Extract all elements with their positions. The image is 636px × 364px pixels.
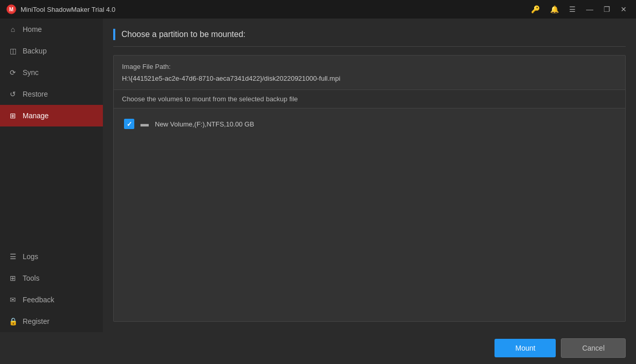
menu-button[interactable]: ☰: [566, 5, 579, 14]
checkmark-icon: ✓: [127, 121, 132, 128]
sidebar: ⌂ Home ◫ Backup ⟳ Sync ↺ Restore ⊞ Manag…: [0, 19, 103, 332]
backup-icon: ◫: [8, 46, 17, 56]
sidebar-item-home[interactable]: ⌂ Home: [0, 19, 103, 40]
sidebar-item-sync[interactable]: ⟳ Sync: [0, 62, 103, 83]
volume-item[interactable]: ✓ ▬ New Volume,(F:),NTFS,10.00 GB: [122, 115, 617, 133]
bell-button[interactable]: 🔔: [547, 5, 562, 14]
volume-checkbox[interactable]: ✓: [124, 119, 134, 129]
sidebar-label-tools: Tools: [23, 274, 40, 282]
volume-label: New Volume,(F:),NTFS,10.00 GB: [155, 120, 254, 128]
page-title-bar: Choose a partition to be mounted:: [113, 29, 626, 47]
svg-text:M: M: [9, 7, 13, 12]
sidebar-label-logs: Logs: [23, 252, 38, 261]
sidebar-label-feedback: Feedback: [23, 296, 54, 304]
sidebar-bottom: ☰ Logs ⊞ Tools ✉ Feedback 🔒 Register: [0, 246, 103, 332]
key-button[interactable]: 🔑: [528, 5, 543, 14]
volumes-header: Choose the volumes to mount from the sel…: [114, 90, 625, 108]
sidebar-item-tools[interactable]: ⊞ Tools: [0, 267, 103, 289]
app-logo: M: [6, 4, 16, 14]
window-controls: 🔑 🔔 ☰ — ❐ ✕: [528, 5, 630, 14]
close-button[interactable]: ✕: [617, 5, 630, 14]
sidebar-item-backup[interactable]: ◫ Backup: [0, 40, 103, 62]
maximize-button[interactable]: ❐: [600, 5, 613, 14]
app-title: MiniTool ShadowMaker Trial 4.0: [21, 6, 528, 13]
main-layout: ⌂ Home ◫ Backup ⟳ Sync ↺ Restore ⊞ Manag…: [0, 19, 636, 332]
image-path-section: Image File Path: H:\{441521e5-ac2e-47d6-…: [114, 56, 625, 90]
cancel-button[interactable]: Cancel: [561, 338, 626, 358]
restore-icon: ↺: [8, 89, 17, 99]
sidebar-label-manage: Manage: [23, 112, 49, 120]
sidebar-item-register[interactable]: 🔒 Register: [0, 311, 103, 332]
sidebar-label-restore: Restore: [23, 90, 48, 98]
register-icon: 🔒: [8, 317, 17, 326]
sidebar-item-logs[interactable]: ☰ Logs: [0, 246, 103, 267]
manage-icon: ⊞: [8, 111, 17, 120]
title-accent: [113, 29, 115, 40]
image-path-value: H:\{441521e5-ac2e-47d6-8710-aeca7341d422…: [122, 75, 617, 82]
mount-card: Image File Path: H:\{441521e5-ac2e-47d6-…: [113, 55, 626, 322]
drive-icon: ▬: [140, 119, 149, 129]
page-title: Choose a partition to be mounted:: [121, 30, 245, 39]
footer: Mount Cancel: [0, 332, 636, 364]
content-area: Choose a partition to be mounted: Image …: [103, 19, 636, 332]
image-path-label: Image File Path:: [122, 63, 617, 70]
feedback-icon: ✉: [8, 295, 17, 304]
minimize-button[interactable]: —: [583, 5, 596, 14]
sidebar-label-home: Home: [23, 25, 42, 33]
sync-icon: ⟳: [8, 68, 17, 77]
tools-icon: ⊞: [8, 274, 17, 283]
logs-icon: ☰: [8, 252, 17, 261]
titlebar: M MiniTool ShadowMaker Trial 4.0 🔑 🔔 ☰ —…: [0, 0, 636, 19]
sidebar-item-feedback[interactable]: ✉ Feedback: [0, 289, 103, 311]
volumes-list: ✓ ▬ New Volume,(F:),NTFS,10.00 GB: [114, 108, 625, 321]
sidebar-item-restore[interactable]: ↺ Restore: [0, 83, 103, 105]
sidebar-item-manage[interactable]: ⊞ Manage: [0, 105, 103, 126]
sidebar-label-sync: Sync: [23, 68, 39, 77]
mount-button[interactable]: Mount: [494, 339, 556, 357]
sidebar-label-register: Register: [23, 317, 49, 325]
sidebar-label-backup: Backup: [23, 47, 47, 55]
home-icon: ⌂: [8, 25, 17, 34]
